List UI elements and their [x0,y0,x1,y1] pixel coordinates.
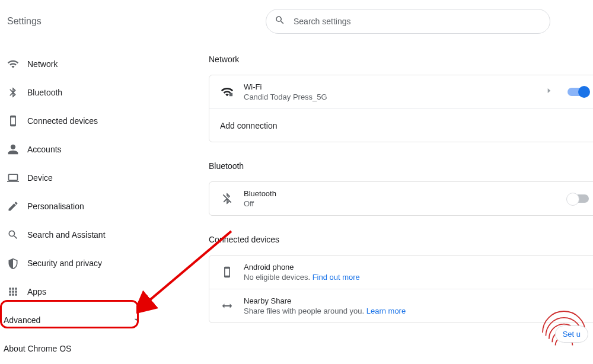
sidebar-item-accounts[interactable]: Accounts [0,135,149,164]
sidebar-item-device[interactable]: Device [0,164,149,192]
nearby-learn-more-link[interactable]: Learn more [366,306,406,315]
sidebar-item-label: Security and privacy [27,258,102,268]
sidebar-advanced-toggle[interactable]: Advanced [0,306,149,334]
add-connection-row[interactable]: Add connection [209,108,593,142]
nearby-share-row[interactable]: Nearby Share Share files with people aro… [209,289,593,323]
nearby-share-icon [220,299,234,312]
wifi-row[interactable]: Wi-Fi Candid Today Press_5G [209,75,593,108]
sidebar-item-label: Search and Assistant [27,230,106,240]
phone-icon [7,115,19,127]
bluetooth-icon [7,87,19,98]
android-sub-text: No eligible devices. [244,273,310,282]
nearby-sub-text: Share files with people around you. [244,306,364,315]
search-input[interactable] [294,17,541,26]
nearby-sub: Share files with people around you. Lear… [244,306,406,315]
sidebar-advanced-label: Advanced [4,315,40,325]
search-field[interactable] [266,9,550,34]
page-title: Settings [7,16,42,27]
sidebar-item-search-assistant[interactable]: Search and Assistant [0,221,149,249]
svg-rect-0 [229,93,233,97]
wifi-label: Wi-Fi [244,82,327,91]
sidebar-item-label: Personalisation [27,202,84,211]
bluetooth-off-icon [220,192,234,205]
sidebar-about[interactable]: About Chrome OS [0,334,149,363]
sidebar-item-label: Accounts [27,145,62,154]
search-icon [7,229,19,241]
android-phone-row[interactable]: Android phone No eligible devices. Find … [209,256,593,289]
sidebar-item-label: Connected devices [27,116,98,126]
shield-icon [7,257,19,269]
edit-icon [7,200,19,212]
section-title-bluetooth: Bluetooth [209,161,593,171]
android-find-out-more-link[interactable]: Find out more [313,273,360,282]
bluetooth-label: Bluetooth [244,189,276,198]
bluetooth-toggle[interactable] [568,194,589,203]
sidebar-item-connected-devices[interactable]: Connected devices [0,107,149,135]
main-content: Network Wi-Fi Candid Today Press_5G Add … [149,43,593,364]
sidebar-item-label: Network [27,59,58,69]
search-icon [275,15,285,28]
android-sub: No eligible devices. Find out more [244,273,360,282]
section-title-network: Network [209,55,593,64]
sidebar-item-network[interactable]: Network [0,50,149,78]
bluetooth-card: Bluetooth Off [209,181,593,216]
nearby-setup-button[interactable]: Set u [555,325,588,343]
wifi-toggle[interactable] [568,88,589,96]
sidebar-about-label: About Chrome OS [4,344,71,353]
wifi-ssid: Candid Today Press_5G [244,92,327,101]
laptop-icon [7,172,19,184]
sidebar-item-bluetooth[interactable]: Bluetooth [0,78,149,107]
section-title-connected: Connected devices [209,235,593,244]
chevron-right-icon [545,87,553,97]
connected-devices-card: Android phone No eligible devices. Find … [209,255,593,323]
apps-icon [7,286,19,298]
sidebar: Network Bluetooth Connected devices Acco… [0,43,149,364]
phone-icon [220,266,234,278]
sidebar-item-apps[interactable]: Apps [0,277,149,306]
nearby-label: Nearby Share [244,296,406,305]
sidebar-item-personalisation[interactable]: Personalisation [0,192,149,221]
bluetooth-row[interactable]: Bluetooth Off [209,182,593,215]
network-card: Wi-Fi Candid Today Press_5G Add connecti… [209,75,593,142]
wifi-icon [7,58,19,70]
sidebar-item-label: Device [27,173,53,183]
sidebar-item-label: Bluetooth [27,88,62,97]
bluetooth-status: Off [244,199,276,208]
chevron-down-icon [132,315,141,326]
android-label: Android phone [244,263,360,272]
sidebar-item-security[interactable]: Security and privacy [0,249,149,277]
wifi-secure-icon [220,85,234,98]
add-connection-label: Add connection [220,121,278,130]
sidebar-item-label: Apps [27,287,46,296]
person-icon [7,143,19,155]
